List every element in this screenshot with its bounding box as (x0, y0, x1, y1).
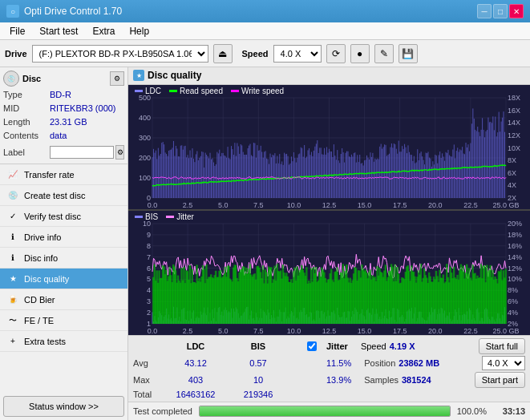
top-chart: LDC Read speed Write speed (128, 85, 530, 210)
ldc-legend: LDC (135, 87, 161, 95)
length-key: Length (3, 117, 50, 130)
sidebar-item-label: Transfer rate (24, 170, 75, 180)
sidebar-item-transfer-rate[interactable]: 📈 Transfer rate (0, 164, 127, 185)
start-part-button[interactable]: Start part (475, 372, 525, 388)
disc-settings-button[interactable]: ⚙ (110, 71, 124, 86)
ldc-legend-color (135, 90, 143, 92)
create-test-icon: 💿 (6, 189, 19, 202)
speed-select[interactable]: 4.0 X (273, 45, 322, 63)
bottom-chart-canvas (128, 211, 530, 335)
main-layout: 💿 Disc ⚙ Type BD-R MID RITEKBR3 (000) Le… (0, 67, 530, 420)
sidebar: 💿 Disc ⚙ Type BD-R MID RITEKBR3 (000) Le… (0, 67, 128, 420)
maximize-button[interactable]: □ (493, 4, 508, 18)
edit-button[interactable]: ✎ (374, 44, 394, 63)
bis-legend-color (135, 216, 143, 218)
record-button[interactable]: ● (350, 44, 370, 63)
bis-legend: BIS (135, 212, 158, 221)
stats-max-row: Max 403 10 13.9% Samples 381524 Start pa… (133, 372, 525, 388)
read-speed-legend-color (169, 90, 177, 92)
cd-bier-icon: 🍺 (6, 293, 19, 306)
right-panel: ★ Disc quality LDC Read speed (128, 67, 530, 420)
label-input[interactable] (50, 146, 114, 159)
sidebar-item-verify-test-disc[interactable]: ✓ Verify test disc (0, 206, 127, 227)
bottom-chart-legend: BIS Jitter (135, 212, 194, 221)
save-button[interactable]: 💾 (399, 44, 418, 63)
sidebar-item-label: CD Bier (24, 295, 55, 305)
jitter-checkbox[interactable] (307, 341, 317, 351)
disc-label: Disc (22, 74, 41, 83)
time-display: 33:13 (493, 406, 525, 416)
speed-set-select[interactable]: 4.0 X (482, 356, 525, 370)
stats-avg-row: Avg 43.12 0.57 11.5% Position 23862 MB 4… (133, 356, 525, 370)
menu-extra[interactable]: Extra (86, 23, 121, 39)
max-bis: 10 (230, 375, 286, 385)
stats-total-row: Total 16463162 219346 (133, 390, 525, 399)
disc-quality-header-icon: ★ (133, 70, 144, 81)
max-label: Max (133, 375, 161, 385)
sidebar-item-create-test-disc[interactable]: 💿 Create test disc (0, 185, 127, 206)
jitter-legend: Jitter (166, 212, 194, 221)
stats-headers-row: LDC BIS Jitter Speed 4.19 X Start full (133, 338, 525, 354)
length-value: 23.31 GB (50, 117, 124, 130)
status-window-button[interactable]: Status window >> (3, 396, 124, 417)
refresh-button[interactable]: ⟳ (326, 44, 346, 63)
sidebar-item-cd-bier[interactable]: 🍺 CD Bier (0, 289, 127, 310)
stats-area: LDC BIS Jitter Speed 4.19 X Start full A… (128, 335, 530, 402)
sidebar-item-label: Disc quality (24, 274, 69, 284)
menu-help[interactable]: Help (123, 23, 156, 39)
sidebar-item-label: Extra tests (24, 337, 66, 346)
menu-start-test[interactable]: Start test (33, 23, 84, 39)
bis-header: BIS (230, 341, 286, 351)
disc-fields: Type BD-R MID RITEKBR3 (000) Length 23.3… (3, 90, 124, 160)
right-buttons: Start full (479, 338, 525, 354)
mid-key: MID (3, 103, 50, 116)
total-ldc: 16463162 (168, 390, 224, 399)
ldc-legend-label: LDC (145, 87, 161, 95)
speed-value-stat: 4.19 X (390, 341, 415, 351)
app-icon: ○ (6, 5, 19, 18)
avg-label: Avg (133, 358, 161, 368)
avg-jitter: 11.5% (326, 358, 351, 368)
sidebar-item-disc-quality[interactable]: ★ Disc quality (0, 269, 127, 289)
sidebar-item-fe-te[interactable]: 〜 FE / TE (0, 310, 127, 331)
close-button[interactable]: ✕ (509, 4, 524, 18)
sidebar-item-drive-info[interactable]: ℹ Drive info (0, 227, 127, 248)
toolbar: Drive (F:) PLEXTOR BD-R PX-LB950SA 1.06 … (0, 40, 530, 67)
sidebar-item-disc-info[interactable]: ℹ Disc info (0, 248, 127, 269)
status-text: Test completed (133, 406, 192, 416)
type-key: Type (3, 90, 50, 103)
mid-value: RITEKBR3 (000) (50, 103, 124, 116)
read-speed-legend: Read speed (169, 87, 223, 95)
nav-items: 📈 Transfer rate 💿 Create test disc ✓ Ver… (0, 164, 127, 393)
contents-value: data (50, 131, 124, 143)
speed-header: Speed 4.19 X (361, 341, 415, 351)
type-value: BD-R (50, 90, 124, 103)
chart-header: ★ Disc quality (128, 67, 530, 85)
disc-info-icon: ℹ (6, 252, 19, 265)
label-edit-button[interactable]: ⚙ (115, 145, 124, 160)
sidebar-item-extra-tests[interactable]: + Extra tests (0, 331, 127, 352)
position-label: Position (364, 358, 395, 368)
start-full-button[interactable]: Start full (479, 338, 525, 354)
jitter-header: Jitter (326, 341, 348, 351)
sidebar-item-label: Disc info (24, 253, 58, 263)
app-title: Opti Drive Control 1.70 (24, 6, 122, 17)
sidebar-item-label: Drive info (24, 232, 61, 242)
eject-button[interactable]: ⏏ (213, 44, 233, 63)
transfer-rate-icon: 📈 (6, 168, 19, 181)
progress-bar (199, 406, 451, 417)
top-chart-canvas (128, 85, 530, 209)
sidebar-item-label: FE / TE (24, 316, 54, 325)
samples-value: 381524 (402, 375, 431, 385)
disc-icon: 💿 (3, 71, 19, 87)
drive-select[interactable]: (F:) PLEXTOR BD-R PX-LB950SA 1.06 (32, 45, 208, 63)
position-value: 23862 MB (399, 358, 439, 368)
disc-quality-icon: ★ (6, 273, 19, 285)
menu-file[interactable]: File (3, 23, 31, 39)
minimize-button[interactable]: ─ (477, 4, 492, 18)
write-speed-legend: Write speed (231, 87, 284, 95)
menu-bar: File Start test Extra Help (0, 22, 530, 40)
speed-label: Speed (242, 49, 269, 59)
drive-info-icon: ℹ (6, 231, 19, 244)
sidebar-item-label: Create test disc (24, 191, 85, 200)
